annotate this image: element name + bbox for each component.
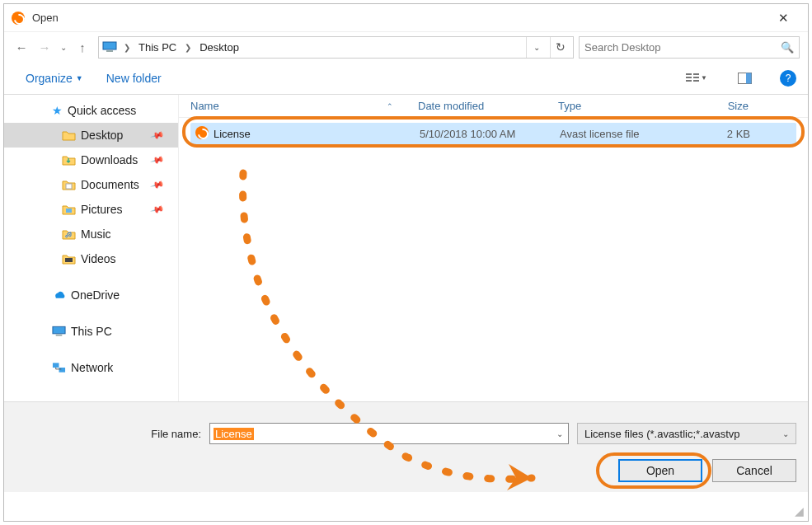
column-headers: Name ⌃ Date modified Type Size — [179, 95, 808, 118]
view-options-button[interactable]: ▼ — [684, 68, 709, 88]
file-name-label: File name: — [16, 428, 201, 440]
refresh-button[interactable]: ↻ — [550, 37, 570, 58]
file-name: License — [214, 128, 251, 140]
sidebar-quick-access[interactable]: ★ Quick access — [4, 98, 178, 123]
sidebar-onedrive[interactable]: OneDrive — [4, 283, 178, 307]
resize-grip-icon[interactable]: ◢ — [795, 508, 806, 519]
preview-pane-button[interactable] — [732, 68, 757, 88]
search-input[interactable] — [584, 41, 781, 54]
file-list: Name ⌃ Date modified Type Size License 5… — [179, 95, 808, 401]
crumb-root[interactable]: This PC — [135, 41, 180, 54]
svg-rect-7 — [693, 80, 699, 82]
svg-rect-16 — [59, 368, 66, 373]
organize-label: Organize — [26, 72, 73, 85]
chevron-down-icon: ▼ — [701, 74, 707, 82]
close-button[interactable]: ✕ — [767, 7, 800, 30]
forward-button[interactable]: → — [34, 36, 55, 58]
pin-icon: 📌 — [150, 177, 166, 192]
nav-row: ← → ⌄ ↑ ❯ This PC ❯ Desktop ⌄ ↻ 🔍 — [4, 32, 808, 62]
sidebar-label: Documents — [81, 178, 139, 191]
open-button[interactable]: Open — [618, 459, 702, 482]
crumb-current[interactable]: Desktop — [196, 41, 242, 54]
help-button[interactable]: ? — [780, 70, 796, 87]
titlebar: Open ✕ — [4, 4, 808, 32]
column-date[interactable]: Date modified — [418, 100, 558, 112]
file-size: 2 KB — [679, 128, 758, 140]
back-button[interactable]: ← — [11, 36, 32, 58]
pin-icon: 📌 — [150, 128, 166, 143]
svg-rect-15 — [53, 363, 59, 368]
sidebar-label: This PC — [71, 325, 112, 338]
sidebar-label: Pictures — [81, 203, 123, 216]
sidebar-label: Quick access — [68, 104, 136, 117]
file-name-value: License — [214, 428, 254, 440]
toolbar: Organize ▼ New folder ▼ ? — [4, 62, 808, 95]
folder-icon — [62, 253, 76, 265]
svg-rect-5 — [693, 73, 699, 75]
pin-icon: 📌 — [150, 202, 166, 217]
svg-rect-4 — [686, 80, 692, 82]
file-type: Avast license file — [560, 128, 679, 140]
file-date: 5/10/2018 10:00 AM — [420, 128, 560, 140]
column-type[interactable]: Type — [558, 100, 678, 112]
file-row[interactable]: License 5/10/2018 10:00 AM Avast license… — [190, 123, 796, 144]
sidebar-label: Music — [81, 227, 111, 241]
chevron-right-icon: ❯ — [183, 43, 193, 52]
chevron-down-icon: ▼ — [76, 74, 83, 82]
sidebar-videos[interactable]: Videos — [4, 246, 178, 271]
sidebar-documents[interactable]: Documents 📌 — [4, 172, 178, 197]
cancel-button[interactable]: Cancel — [712, 459, 796, 482]
app-icon — [11, 11, 26, 26]
sidebar-network[interactable]: Network — [4, 355, 178, 380]
chevron-down-icon[interactable]: ⌄ — [556, 429, 563, 438]
folder-icon — [62, 129, 76, 141]
folder-icon — [62, 228, 76, 240]
new-folder-button[interactable]: New folder — [106, 72, 162, 85]
up-button[interactable]: ↑ — [72, 36, 93, 58]
sidebar-label: OneDrive — [71, 288, 120, 302]
svg-rect-6 — [693, 77, 699, 78]
footer: File name: License ⌄ License files (*.av… — [4, 401, 808, 492]
file-icon — [195, 126, 209, 142]
svg-rect-0 — [103, 42, 116, 49]
breadcrumb[interactable]: ❯ This PC ❯ Desktop ⌄ ↻ — [98, 36, 574, 59]
svg-rect-3 — [686, 77, 692, 78]
pc-icon — [52, 326, 66, 337]
cloud-icon — [52, 289, 66, 301]
folder-icon — [62, 154, 76, 166]
svg-rect-12 — [65, 258, 73, 262]
pin-icon: 📌 — [150, 152, 166, 167]
svg-rect-13 — [53, 326, 65, 334]
chevron-right-icon: ❯ — [122, 43, 132, 52]
sidebar-pictures[interactable]: Pictures 📌 — [4, 197, 178, 222]
sidebar-label: Desktop — [81, 129, 123, 142]
column-name[interactable]: Name ⌃ — [179, 100, 418, 112]
svg-rect-9 — [746, 73, 752, 83]
search-icon: 🔍 — [781, 41, 794, 54]
svg-rect-11 — [66, 209, 72, 213]
sidebar-music[interactable]: Music — [4, 222, 178, 246]
main-area: ★ Quick access Desktop 📌 Downloads 📌 — [4, 95, 808, 401]
address-dropdown[interactable]: ⌄ — [526, 37, 547, 58]
window-title: Open — [32, 12, 767, 24]
history-dropdown[interactable]: ⌄ — [57, 36, 70, 58]
file-type-filter[interactable]: License files (*.avastlic;*.avastvp ⌄ — [577, 423, 796, 444]
search-box[interactable]: 🔍 — [579, 36, 800, 59]
column-size[interactable]: Size — [678, 100, 757, 112]
sidebar-desktop[interactable]: Desktop 📌 — [4, 123, 178, 148]
organize-menu[interactable]: Organize ▼ — [26, 72, 83, 85]
sidebar-downloads[interactable]: Downloads 📌 — [4, 148, 178, 172]
folder-icon — [62, 204, 76, 215]
sidebar-this-pc[interactable]: This PC — [4, 319, 178, 344]
network-icon — [52, 362, 66, 373]
chevron-down-icon: ⌄ — [782, 429, 789, 438]
svg-rect-1 — [106, 50, 113, 52]
svg-rect-14 — [56, 335, 63, 336]
sort-indicator-icon: ⌃ — [387, 102, 393, 110]
folder-icon — [62, 179, 76, 190]
filter-label: License files (*.avastlic;*.avastvp — [584, 428, 740, 440]
open-dialog: Open ✕ ← → ⌄ ↑ ❯ This PC ❯ Desktop ⌄ ↻ 🔍 — [3, 3, 809, 522]
file-name-input[interactable]: License ⌄ — [209, 423, 569, 444]
svg-rect-2 — [686, 73, 692, 75]
sidebar-label: Downloads — [81, 153, 138, 166]
